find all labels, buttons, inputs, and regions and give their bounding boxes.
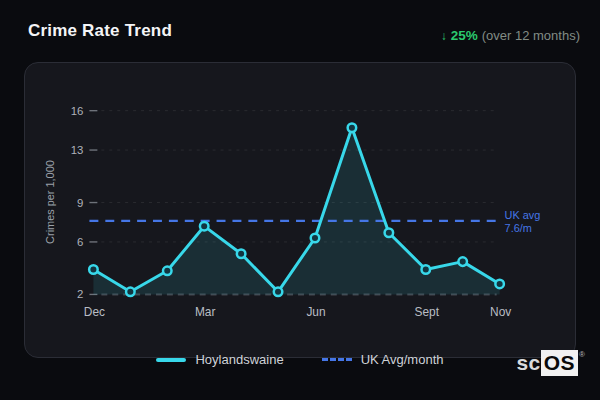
data-point[interactable] (126, 288, 135, 297)
data-point[interactable] (200, 222, 209, 231)
y-tick-label: 16 (71, 105, 84, 117)
registered-mark-icon: ® (579, 350, 585, 359)
legend-item-hoylandswaine[interactable]: Hoylandswaine (156, 352, 283, 367)
x-tick-label: Jun (306, 305, 325, 319)
x-tick-label: Sept (415, 305, 440, 319)
legend-label: Hoylandswaine (195, 352, 283, 367)
data-point[interactable] (348, 123, 357, 132)
trend-percent: 25% (451, 28, 478, 43)
y-tick-label: 13 (71, 144, 84, 156)
data-point[interactable] (237, 249, 246, 258)
crime-trend-chart-card: 2691316Crimes per 1,000UK avg7.6/mDecMar… (24, 62, 576, 358)
trend-caption: (over 12 months) (482, 28, 580, 43)
solid-line-swatch-icon (156, 358, 186, 362)
x-tick-label: Nov (490, 305, 511, 319)
dashed-line-swatch-icon (322, 358, 352, 361)
y-axis-label: Crimes per 1,000 (44, 160, 56, 244)
series-area-fill (93, 128, 499, 295)
uk-avg-label-line2: 7.6/m (505, 222, 532, 234)
trend-badge: ↓ 25% (over 12 months) (441, 28, 580, 43)
data-point[interactable] (163, 267, 172, 276)
scos-logo-block: OS (541, 350, 578, 376)
trend-down-arrow-icon: ↓ (441, 29, 447, 43)
uk-avg-label-line1: UK avg (505, 209, 541, 221)
page-title: Crime Rate Trend (28, 21, 172, 41)
x-tick-label: Mar (195, 305, 216, 319)
x-tick-label: Dec (84, 305, 105, 319)
series-line (93, 128, 499, 292)
crime-trend-chart[interactable]: 2691316Crimes per 1,000UK avg7.6/mDecMar… (25, 63, 575, 357)
y-tick-label: 2 (77, 288, 83, 300)
y-tick-label: 9 (77, 197, 83, 209)
data-point[interactable] (311, 234, 320, 243)
chart-legend: Hoylandswaine UK Avg/month (0, 352, 600, 367)
data-point[interactable] (89, 265, 98, 274)
data-point[interactable] (458, 257, 467, 266)
data-point[interactable] (495, 280, 504, 289)
y-tick-label: 6 (77, 236, 83, 248)
scos-logo-prefix: sc (516, 351, 540, 375)
legend-item-uk-avg[interactable]: UK Avg/month (322, 352, 444, 367)
data-point[interactable] (274, 288, 283, 297)
scos-logo: scOS® (516, 350, 584, 376)
data-point[interactable] (385, 228, 394, 237)
data-point[interactable] (422, 265, 431, 274)
legend-label: UK Avg/month (361, 352, 444, 367)
